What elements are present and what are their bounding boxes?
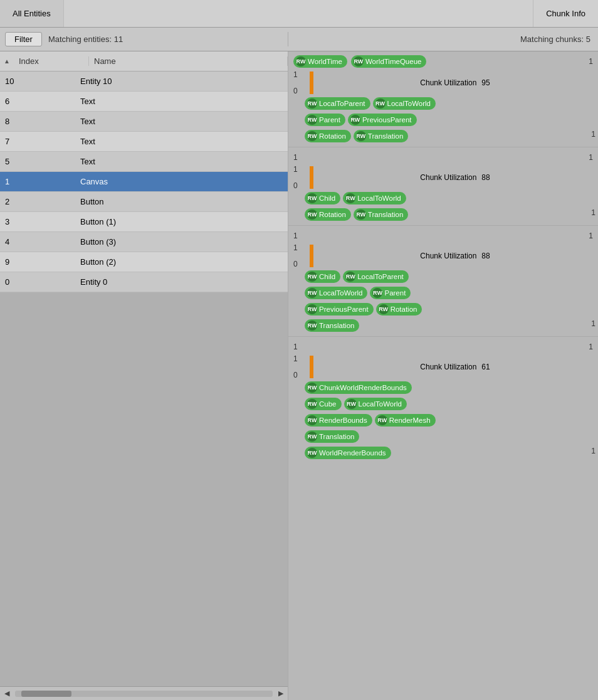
tag-badge-rw: RW [307,209,317,220]
chunk-util-value: 88 [481,252,490,260]
right-scroll-area[interactable]: RW WorldTime RW WorldTimeQueue 1 1 0 Chu… [288,51,598,700]
scroll-up-arrow[interactable]: ▲ [0,58,14,65]
chunk-tag: RW PreviousParent [348,114,417,126]
chunk-tag: RW Translation [354,208,408,221]
scroll-left-arrow[interactable]: ◀ [0,687,14,701]
chunk-tag: RW Translation [305,319,359,332]
val-0: 0 [293,87,306,95]
tag-label: Parent [319,116,340,124]
tag-label: Rotation [391,305,417,313]
entity-name: Button (1) [75,217,288,226]
section-divider [288,147,598,147]
chunk-tag: RW LocalToWorld [373,97,436,110]
entity-name: Canvas [75,177,288,186]
chunk-tag: RW Translation [354,130,408,142]
entity-row[interactable]: 5Text [0,152,288,172]
right-panel-outer: RW WorldTime RW WorldTimeQueue 1 1 0 Chu… [288,51,598,700]
tag-badge-rw: RW [307,98,317,109]
entity-row[interactable]: 3Button (1) [0,212,288,232]
chunk-tag: RW LocalToWorld [344,398,407,410]
tag-label: LocalToWorld [387,100,431,107]
tag-label: LocalToParent [319,100,365,107]
entity-index: 7 [0,137,75,146]
entity-name: Button (2) [75,257,288,267]
entity-index: 3 [0,217,75,226]
tag-label: Translation [368,211,403,218]
chunk-tags-row-0: RW LocalToParent RW LocalToWorld [288,95,598,112]
chunk-tags-row-2: RW PreviousParent RW Rotation [288,301,598,317]
tag-badge-rw: RW [307,131,317,141]
chunk-util-value: 88 [481,173,490,182]
entity-index: 8 [0,117,75,126]
chunk-values-left: 1 0 [293,243,306,268]
entity-row[interactable]: 2Button [0,192,288,212]
chunk-tags-row-2: RW Rotation RW Translation 1 [288,128,598,144]
entity-name: Entity 0 [75,277,288,287]
left-panel: ▲ Index Name 10Entity 106Text8Text7Text5… [0,51,288,700]
entity-row[interactable]: 1Canvas [0,172,288,192]
val-0: 0 [293,371,306,379]
entity-row[interactable]: 0Entity 0 [0,272,288,292]
chunk-tag: RW Child [305,192,340,204]
tag-label: Cube [319,400,337,408]
section-divider [288,336,598,337]
tag-badge-rw: RW [347,399,357,409]
chunk-tag: RW Rotation [376,303,422,316]
chunk-right-val: 1 [591,319,598,332]
chunk-tag: RW WorldRenderBounds [305,447,391,459]
chunks-container: RW WorldTime RW WorldTimeQueue 1 1 0 Chu… [288,51,598,462]
chunk-tags-row-2: RW RenderBounds RW RenderMesh [288,412,598,428]
orange-bar [310,72,313,94]
chunk-top-row: RW WorldTime RW WorldTimeQueue 1 [288,53,598,70]
chunk-util-value: 61 [481,363,490,371]
val-1: 1 [293,354,306,363]
tag-badge-rw: RW [307,115,317,125]
filter-button[interactable]: Filter [5,32,42,46]
chunk-util-label: Chunk Utilization [420,363,476,371]
tag-badge-rw: RW [345,272,355,282]
column-header-index: Index [14,56,89,66]
tag-badge-rw: RW [354,56,364,66]
entity-row[interactable]: 7Text [0,132,288,152]
tag-label: Rotation [319,211,346,218]
entity-row[interactable]: 4Button (3) [0,232,288,252]
tag-label: Rotation [319,132,346,140]
tag-badge-rw: RW [307,321,317,331]
entity-list[interactable]: 10Entity 106Text8Text7Text5Text1Canvas2B… [0,72,288,686]
chunk-util-area: Chunk Utilization 88 [317,165,593,190]
chunk-tag: RW Cube [305,398,342,410]
tag-badge-rw: RW [307,383,317,393]
horizontal-scroll-thumb[interactable] [21,691,71,697]
scroll-right-arrow[interactable]: ▶ [274,687,288,701]
entity-index: 0 [0,277,75,287]
chunk-line-val: 1 [293,153,298,162]
orange-bar [310,245,313,267]
chunk-block-3: 1 1 1 0 Chunk Utilization 61 RW ChunkWor… [288,338,598,462]
chunk-top-tags: RW WorldTime RW WorldTimeQueue [293,55,426,68]
entity-name: Button (3) [75,237,288,247]
chunk-tag: RW Parent [305,114,345,126]
tag-badge-rw: RW [356,209,366,220]
filter-bar: Filter Matching entities: 11 Matching ch… [0,28,598,51]
tag-badge-rw: RW [296,56,306,66]
chunk-util-area: Chunk Utilization 61 [317,354,593,379]
chunk-tags-row-1: RW Parent RW PreviousParent [288,112,598,128]
chunk-right-val: 1 [591,208,598,221]
tab-all-entities[interactable]: All Entities [0,0,64,27]
tag-label: Parent [384,289,406,297]
chunk-tags-row-1: RW Rotation RW Translation 1 [288,206,598,223]
chunk-line-right: 1 [589,153,593,162]
entity-name: Button [75,197,288,206]
tag-label: LocalToWorld [319,289,362,297]
entity-row[interactable]: 8Text [0,112,288,132]
chunk-values-left: 1 0 [293,354,306,379]
chunk-tag: RW Rotation [305,208,351,221]
entity-row[interactable]: 9Button (2) [0,252,288,272]
tab-chunk-info[interactable]: Chunk Info [533,0,598,27]
chunk-line-right: 1 [589,231,593,240]
entity-row[interactable]: 6Text [0,92,288,112]
entity-row[interactable]: 10Entity 10 [0,72,288,92]
horizontal-scroll-track[interactable] [15,691,273,697]
main-content: ▲ Index Name 10Entity 106Text8Text7Text5… [0,51,598,700]
tag-badge-rw: RW [307,304,317,314]
